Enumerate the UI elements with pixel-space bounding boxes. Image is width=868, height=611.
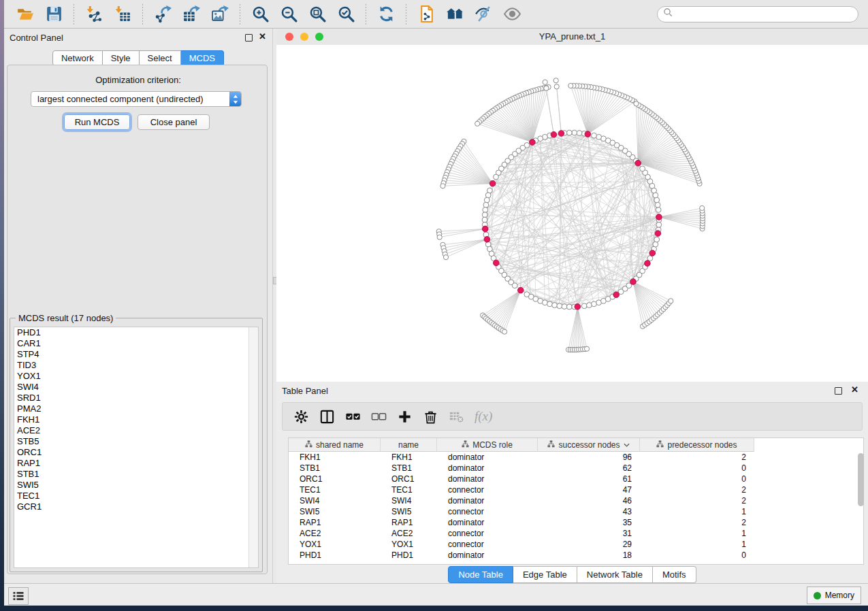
tab-select[interactable]: Select (140, 50, 181, 66)
ring-node[interactable] (483, 202, 489, 208)
ring-node[interactable] (656, 222, 662, 227)
memory-button[interactable]: Memory (807, 587, 861, 604)
leaf-node[interactable] (634, 101, 639, 106)
table-row[interactable]: PHD1PHD1dominator180 (289, 550, 863, 561)
import-network-icon[interactable] (84, 4, 104, 24)
mcds-result-node[interactable]: STP4 (14, 349, 258, 360)
mcds-result-node[interactable]: SRD1 (14, 393, 258, 403)
mcds-result-node[interactable]: STB1 (14, 469, 258, 480)
ring-node[interactable] (482, 217, 487, 222)
leaf-node[interactable] (554, 84, 559, 89)
network-graph[interactable] (276, 45, 868, 382)
mcds-hub-node[interactable] (613, 292, 620, 298)
tab-motifs[interactable]: Motifs (653, 566, 696, 583)
mcds-result-node[interactable]: STB5 (14, 436, 258, 447)
select-all-icon[interactable] (344, 408, 361, 425)
mcds-hub-node[interactable] (518, 287, 524, 293)
zoom-in-icon[interactable] (250, 4, 270, 24)
mcds-hub-node[interactable] (575, 303, 581, 310)
ring-node[interactable] (654, 197, 660, 203)
open-file-icon[interactable] (15, 4, 35, 24)
export-image-icon[interactable] (210, 4, 230, 24)
ring-node[interactable] (647, 256, 653, 261)
zoom-fit-icon[interactable] (307, 4, 327, 24)
table-row[interactable]: ACE2ACE2connector311 (289, 528, 863, 539)
mcds-result-node[interactable]: TEC1 (14, 491, 258, 501)
first-neighbors-icon[interactable] (445, 4, 465, 24)
tab-edge-table[interactable]: Edge Table (513, 566, 577, 583)
show-all-icon[interactable] (502, 4, 522, 24)
float-table-panel-icon[interactable] (835, 387, 842, 395)
table-row[interactable]: TEC1TEC1connector472 (289, 484, 863, 495)
column-header-name[interactable]: name (381, 438, 437, 452)
mcds-hub-node[interactable] (489, 180, 496, 186)
ring-node[interactable] (482, 212, 487, 218)
ring-node[interactable] (484, 197, 489, 203)
table-row[interactable]: ORC1ORC1dominator610 (289, 474, 863, 484)
mcds-hub-node[interactable] (551, 132, 557, 138)
zoom-out-icon[interactable] (278, 4, 299, 24)
close-table-panel-icon[interactable]: ✕ (851, 384, 858, 395)
tab-network-table[interactable]: Network Table (577, 566, 653, 583)
network-window-titlebar[interactable]: YPA_prune.txt_1 (276, 29, 868, 46)
leaf-node[interactable] (568, 83, 573, 88)
ring-node[interactable] (547, 301, 553, 307)
mcds-result-node[interactable]: TID3 (14, 360, 258, 371)
tab-node-table[interactable]: Node Table (448, 566, 513, 583)
leaf-node[interactable] (543, 80, 547, 84)
ring-node[interactable] (592, 133, 597, 138)
leaf-node[interactable] (584, 346, 589, 351)
leaf-node[interactable] (553, 78, 558, 83)
ring-node[interactable] (581, 303, 587, 309)
float-panel-icon[interactable] (245, 34, 253, 42)
mcds-hub-node[interactable] (482, 226, 488, 232)
mcds-hub-node[interactable] (656, 214, 662, 220)
close-panel-icon[interactable]: ✕ (259, 31, 266, 42)
leaf-node[interactable] (669, 299, 673, 303)
mcds-result-node[interactable]: CAR1 (14, 338, 258, 349)
mcds-result-scrollbar[interactable] (248, 327, 258, 567)
table-row[interactable]: SWI5SWI5connector431 (289, 506, 863, 517)
mcds-hub-node[interactable] (484, 237, 490, 243)
mcds-result-node[interactable]: ORC1 (14, 447, 258, 458)
ring-node[interactable] (552, 303, 558, 308)
ring-node[interactable] (566, 130, 572, 135)
leaf-node[interactable] (544, 86, 549, 90)
mcds-hub-node[interactable] (494, 260, 500, 266)
tab-mcds[interactable]: MCDS (181, 50, 224, 66)
mcds-hub-node[interactable] (630, 279, 637, 285)
import-table-icon[interactable] (112, 4, 133, 24)
ring-node[interactable] (543, 300, 548, 306)
mcds-result-node[interactable]: SWI5 (14, 480, 258, 491)
ring-node[interactable] (512, 283, 517, 288)
mcds-hub-node[interactable] (645, 261, 651, 267)
task-history-button[interactable] (8, 587, 29, 605)
delete-icon[interactable] (421, 408, 439, 425)
table-row[interactable]: FKH1FKH1dominator962 (289, 452, 863, 463)
split-panel-icon[interactable] (318, 408, 336, 425)
tab-style[interactable]: Style (103, 50, 140, 66)
ring-node[interactable] (577, 131, 582, 136)
ring-node[interactable] (655, 202, 660, 208)
mcds-hub-node[interactable] (649, 250, 656, 257)
table-row[interactable]: STB1STB1dominator620 (289, 463, 863, 474)
column-header-shared-name[interactable]: shared name (289, 438, 381, 452)
export-table-icon[interactable] (181, 4, 202, 24)
ring-node[interactable] (562, 304, 567, 310)
delete-table-icon[interactable] (447, 408, 465, 425)
mcds-hub-node[interactable] (558, 131, 564, 137)
tab-network[interactable]: Network (52, 50, 103, 66)
network-canvas[interactable] (276, 45, 868, 382)
leaf-node[interactable] (700, 205, 705, 210)
ring-node[interactable] (587, 303, 592, 308)
function-builder-icon[interactable]: f(x) (475, 409, 492, 424)
leaf-node[interactable] (443, 255, 448, 260)
mcds-result-node[interactable]: FKH1 (14, 414, 258, 425)
ring-node[interactable] (596, 134, 602, 139)
column-header-successor-nodes[interactable]: successor nodes (538, 438, 640, 452)
table-row[interactable]: YOX1YOX1connector291 (289, 539, 863, 550)
network-from-document-icon[interactable] (416, 4, 436, 24)
table-settings-icon[interactable] (292, 408, 310, 425)
leaf-node[interactable] (475, 121, 480, 126)
mcds-hub-node[interactable] (585, 131, 591, 137)
